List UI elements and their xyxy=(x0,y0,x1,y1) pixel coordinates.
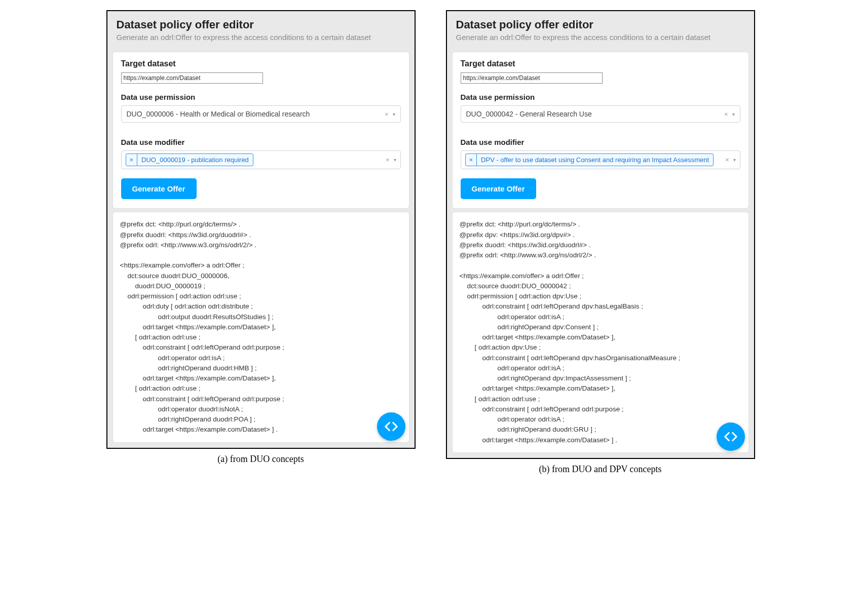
output-code: @prefix dct: <http://purl.org/dc/terms/>… xyxy=(120,219,402,435)
clear-icon[interactable]: × xyxy=(385,110,389,118)
output-code: @prefix dct: <http://purl.org/dc/terms/>… xyxy=(460,219,741,445)
clear-icon[interactable]: × xyxy=(724,110,728,118)
code-fab-button[interactable] xyxy=(377,412,405,441)
tag-remove-icon[interactable]: × xyxy=(126,154,138,166)
panel-caption-right: (b) from DUO and DPV concepts xyxy=(539,464,661,475)
output-card: @prefix dct: <http://purl.org/dc/terms/>… xyxy=(452,212,749,453)
permission-value: DUO_0000006 - Health or Medical or Biome… xyxy=(127,110,385,118)
chevron-down-icon[interactable]: ▾ xyxy=(394,157,396,163)
data-use-modifier-label: Data use modifier xyxy=(121,138,401,146)
clear-icon[interactable]: × xyxy=(725,156,729,164)
data-use-modifier-label: Data use modifier xyxy=(461,138,740,146)
target-dataset-label: Target dataset xyxy=(121,59,401,68)
data-use-permission-label: Data use permission xyxy=(121,93,401,101)
target-dataset-input[interactable] xyxy=(461,72,603,84)
code-fab-button[interactable] xyxy=(717,422,745,451)
page-title: Dataset policy offer editor xyxy=(117,18,405,31)
code-icon xyxy=(723,429,738,444)
editor-panel-left: Dataset policy offer editor Generate an … xyxy=(106,10,416,449)
editor-panel-right: Dataset policy offer editor Generate an … xyxy=(446,10,755,459)
clear-icon[interactable]: × xyxy=(386,156,390,164)
output-card: @prefix dct: <http://purl.org/dc/terms/>… xyxy=(113,212,409,442)
chevron-down-icon[interactable]: ▾ xyxy=(733,157,736,163)
modifier-tag-label: DUO_0000019 - publication required xyxy=(137,154,253,166)
panel-header: Dataset policy offer editor Generate an … xyxy=(107,11,415,49)
chevron-down-icon[interactable]: ▾ xyxy=(393,111,395,117)
data-use-permission-select[interactable]: DUO_0000042 - General Research Use × ▾ xyxy=(461,105,740,123)
chevron-down-icon[interactable]: ▾ xyxy=(732,111,735,117)
form-card: Target dataset Data use permission DUO_0… xyxy=(452,52,749,209)
page-subtitle: Generate an odrl:Offer to express the ac… xyxy=(117,32,405,43)
page-subtitle: Generate an odrl:Offer to express the ac… xyxy=(456,32,745,43)
modifier-tag: × DPV - offer to use dataset using Conse… xyxy=(465,153,714,166)
data-use-permission-select[interactable]: DUO_0000006 - Health or Medical or Biome… xyxy=(121,105,401,123)
generate-offer-button[interactable]: Generate Offer xyxy=(461,178,536,199)
modifier-tag-label: DPV - offer to use dataset using Consent… xyxy=(477,154,713,166)
panel-header: Dataset policy offer editor Generate an … xyxy=(447,11,754,49)
panel-caption-left: (a) from DUO concepts xyxy=(217,454,304,465)
tag-remove-icon[interactable]: × xyxy=(466,154,477,166)
page-title: Dataset policy offer editor xyxy=(456,18,745,31)
permission-value: DUO_0000042 - General Research Use xyxy=(466,110,724,118)
code-icon xyxy=(384,419,399,434)
data-use-modifier-select[interactable]: × DPV - offer to use dataset using Conse… xyxy=(461,150,740,169)
modifier-tag: × DUO_0000019 - publication required xyxy=(126,153,253,166)
data-use-permission-label: Data use permission xyxy=(461,93,740,101)
form-card: Target dataset Data use permission DUO_0… xyxy=(113,52,409,209)
target-dataset-input[interactable] xyxy=(121,72,263,84)
target-dataset-label: Target dataset xyxy=(461,59,740,68)
generate-offer-button[interactable]: Generate Offer xyxy=(121,178,197,199)
data-use-modifier-select[interactable]: × DUO_0000019 - publication required × ▾ xyxy=(121,150,401,169)
